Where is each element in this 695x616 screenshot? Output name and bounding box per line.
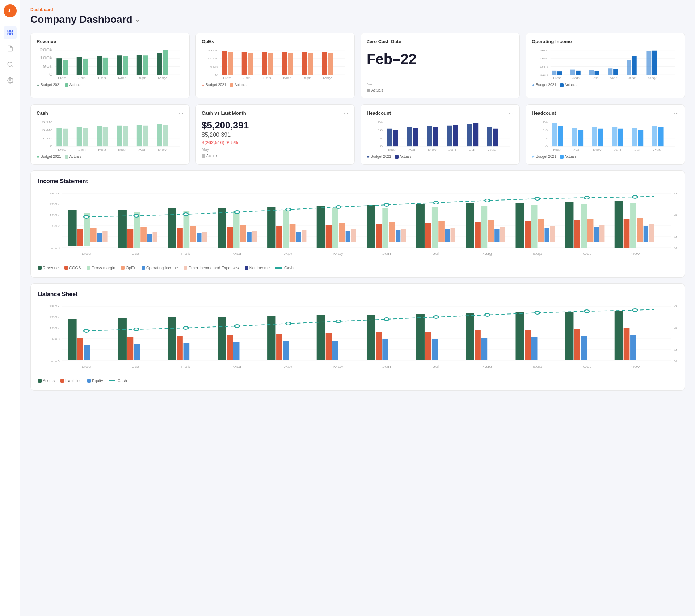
headcount2-legend: ★ Budget 2021 Actuals — [532, 155, 679, 159]
svg-text:0: 0 — [215, 73, 218, 76]
svg-rect-48 — [268, 53, 273, 75]
svg-rect-205 — [267, 207, 275, 248]
svg-point-257 — [286, 208, 291, 211]
svg-text:210k: 210k — [207, 49, 218, 52]
svg-rect-231 — [481, 206, 488, 248]
sidebar-item-reports[interactable] — [4, 42, 17, 55]
cash-main-value: $5,200,391 — [202, 120, 349, 131]
svg-rect-246 — [599, 225, 604, 242]
svg-rect-203 — [247, 232, 251, 242]
svg-rect-190 — [140, 227, 147, 242]
svg-text:0: 0 — [380, 145, 383, 148]
revenue-menu[interactable]: ··· — [179, 39, 184, 45]
svg-rect-228 — [451, 228, 455, 242]
svg-text:Nov: Nov — [630, 252, 640, 256]
svg-text:280k: 280k — [49, 203, 60, 206]
opex-chart: 210k 140k 60k 0 — [202, 48, 349, 81]
svg-rect-187 — [118, 210, 127, 248]
svg-rect-204 — [252, 231, 257, 242]
svg-rect-251 — [644, 226, 648, 242]
svg-rect-191 — [147, 234, 152, 242]
svg-text:2.0M: 2.0M — [674, 348, 677, 351]
svg-rect-201 — [233, 211, 240, 248]
svg-text:0: 0 — [674, 246, 677, 249]
svg-rect-247 — [615, 201, 623, 248]
svg-text:Aug: Aug — [488, 148, 496, 151]
svg-point-337 — [485, 313, 490, 316]
svg-point-331 — [184, 326, 188, 329]
sidebar-item-dashboard[interactable] — [4, 26, 17, 39]
svg-rect-242 — [574, 220, 580, 248]
sidebar-item-search[interactable] — [4, 58, 17, 71]
svg-rect-245 — [594, 227, 599, 242]
svg-rect-155 — [632, 128, 637, 147]
headcount1-legend-actuals: Actuals — [395, 155, 412, 159]
svg-rect-213 — [332, 208, 338, 248]
svg-rect-297 — [127, 337, 134, 360]
svg-rect-192 — [153, 232, 157, 242]
cash-sub-value: $5,200,391 — [202, 132, 349, 138]
svg-text:-1.1k: -1.1k — [49, 359, 60, 362]
svg-rect-3 — [10, 30, 12, 32]
svg-rect-305 — [267, 316, 275, 360]
svg-text:Apr: Apr — [284, 252, 292, 256]
svg-rect-208 — [290, 224, 296, 242]
svg-text:180k: 180k — [49, 214, 60, 217]
headcount2-legend-budget: ★ Budget 2021 — [532, 155, 556, 159]
svg-rect-218 — [376, 224, 382, 248]
svg-point-264 — [633, 195, 637, 198]
svg-text:200k: 200k — [39, 48, 52, 52]
svg-text:5.1M: 5.1M — [42, 121, 53, 124]
svg-rect-235 — [516, 203, 524, 248]
svg-text:8: 8 — [545, 137, 548, 140]
cash-vs-last-menu[interactable]: ··· — [344, 110, 349, 117]
svg-rect-45 — [242, 52, 247, 75]
svg-rect-323 — [565, 312, 573, 360]
svg-rect-252 — [649, 224, 654, 242]
opex-legend-budget: ★ Budget 2021 — [202, 83, 226, 87]
sidebar-item-settings[interactable] — [4, 74, 17, 87]
balance-sheet-chart: 380k 280k 180k 86k -1.1k 6.0M 4.0M 2.0M … — [38, 303, 677, 375]
svg-rect-96 — [63, 129, 68, 146]
svg-rect-230 — [475, 222, 481, 248]
title-chevron-icon[interactable]: ⌄ — [135, 16, 140, 24]
svg-rect-217 — [367, 205, 375, 248]
svg-rect-72 — [576, 71, 581, 75]
svg-text:Feb: Feb — [181, 365, 190, 368]
svg-rect-99 — [97, 126, 102, 146]
svg-text:59k: 59k — [540, 57, 548, 60]
opex-card: OpEx ··· 210k 140k 60k 0 — [195, 33, 355, 98]
svg-line-7 — [11, 66, 12, 67]
svg-text:Jul: Jul — [433, 252, 439, 256]
opex-menu[interactable]: ··· — [344, 39, 349, 45]
svg-rect-327 — [624, 328, 630, 360]
svg-text:Sep: Sep — [532, 365, 542, 368]
svg-rect-322 — [531, 337, 538, 360]
bs-legend-assets: Assets — [38, 379, 55, 383]
svg-rect-152 — [598, 129, 603, 146]
zero-cash-menu[interactable]: ··· — [509, 39, 514, 45]
app-logo: J — [4, 4, 17, 17]
headcount2-menu[interactable]: ··· — [674, 110, 679, 117]
is-legend-net-income: Net Income — [245, 266, 270, 270]
cash-menu[interactable]: ··· — [179, 110, 184, 117]
revenue-title: Revenue — [37, 39, 56, 44]
page-title: Company Dashboard ⌄ — [30, 14, 685, 25]
svg-text:Dec: Dec — [81, 252, 91, 256]
operating-income-menu[interactable]: ··· — [674, 39, 679, 45]
svg-rect-127 — [447, 126, 452, 146]
zero-cash-value: Feb–22 — [367, 51, 514, 67]
svg-rect-122 — [393, 130, 398, 146]
svg-rect-149 — [572, 128, 577, 147]
svg-rect-75 — [608, 68, 612, 75]
headcount1-menu[interactable]: ··· — [509, 110, 514, 117]
is-legend-operating-income: Operating Income — [142, 266, 178, 270]
svg-text:Apr: Apr — [139, 76, 146, 80]
svg-text:86k: 86k — [52, 224, 60, 228]
headcount2-header: Headcount ··· — [532, 110, 679, 117]
svg-rect-306 — [276, 334, 282, 360]
svg-rect-317 — [466, 313, 474, 360]
cash-legend-budget: ★ Budget 2021 — [37, 155, 61, 159]
svg-point-258 — [336, 206, 341, 208]
svg-text:95k: 95k — [43, 64, 53, 68]
